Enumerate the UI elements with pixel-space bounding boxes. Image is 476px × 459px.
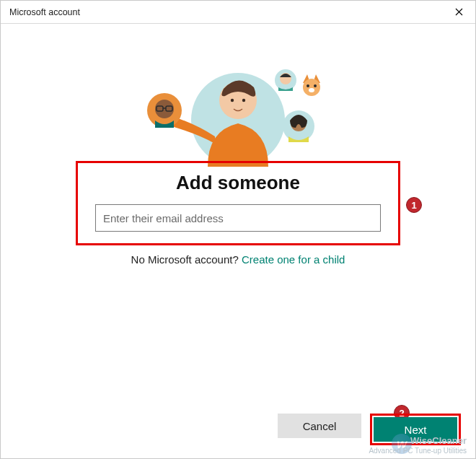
people-illustration <box>130 51 346 167</box>
titlebar-title: Microsoft account <box>9 7 80 17</box>
svg-point-12 <box>303 79 320 96</box>
close-icon <box>455 6 463 18</box>
svg-point-2 <box>231 99 234 102</box>
svg-point-15 <box>309 88 314 92</box>
svg-point-13 <box>307 84 309 87</box>
annotation-callout-1: 1 <box>406 197 422 213</box>
svg-point-14 <box>314 84 317 87</box>
no-account-prefix: No Microsoft account? <box>131 253 242 266</box>
close-button[interactable] <box>442 1 475 23</box>
svg-point-5 <box>155 100 174 118</box>
watermark-tagline: Advanced PC Tune-up Utilities <box>369 447 467 455</box>
dialog-window: Microsoft account <box>0 0 476 459</box>
svg-point-3 <box>242 99 245 102</box>
no-account-text: No Microsoft account? Create one for a c… <box>1 253 475 266</box>
email-input[interactable] <box>95 204 381 232</box>
titlebar: Microsoft account <box>1 1 475 24</box>
annotation-box-2: Next <box>370 414 461 445</box>
next-button[interactable]: Next <box>374 417 457 442</box>
create-child-link[interactable]: Create one for a child <box>242 253 345 266</box>
dialog-content: Add someone No Microsoft account? Create… <box>1 24 475 458</box>
dialog-heading: Add someone <box>89 172 387 194</box>
cancel-button[interactable]: Cancel <box>278 414 361 438</box>
dialog-buttons: Cancel Next <box>278 414 461 445</box>
annotation-box-1: Add someone <box>76 161 400 245</box>
